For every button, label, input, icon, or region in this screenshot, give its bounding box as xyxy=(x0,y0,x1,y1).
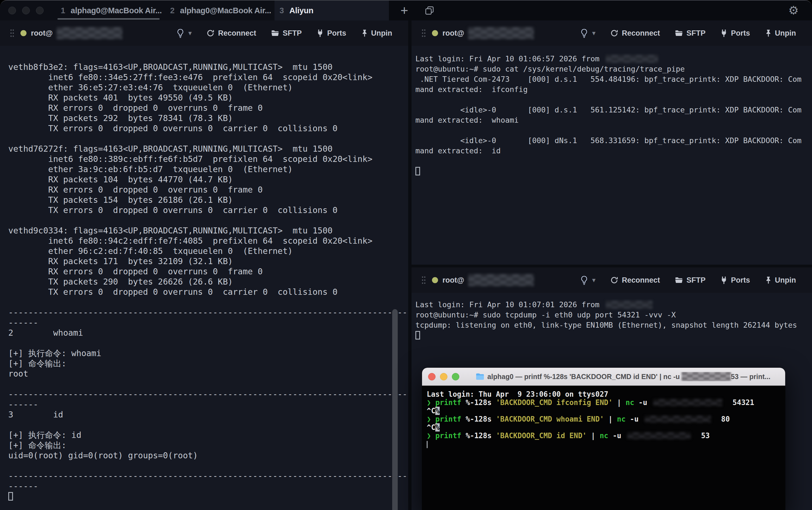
terminal-line: <idle>-0 [000] dNs.1 568.331659: bpf_tra… xyxy=(415,135,812,146)
title-text-suffix: 53 — print... xyxy=(731,373,770,381)
macos-minimize-button[interactable] xyxy=(440,373,447,380)
tab-number: 3 xyxy=(280,6,284,15)
redacted-text xyxy=(653,399,722,406)
terminal-line: [+] 命令输出: xyxy=(8,358,408,369)
terminal-line xyxy=(8,134,408,144)
terminal-line: mand extracted: ifconfig xyxy=(415,84,812,94)
terminal-text: [+] 执行命令: whoami xyxy=(8,348,102,358)
terminal-text: .NET Tiered Com-2473 [000] d.s.1 554.484… xyxy=(415,75,802,83)
terminal-text: ------ xyxy=(8,318,38,328)
refresh-icon xyxy=(206,29,214,37)
sftp-button[interactable]: SFTP xyxy=(675,276,705,285)
terminal-text: % xyxy=(435,423,440,431)
pane-left-aliyun: root@ ▾ Reconnect SFTP xyxy=(0,21,408,510)
zoom-window-button[interactable] xyxy=(36,7,44,15)
terminal-line: RX errors 0 dropped 0 overruns 0 frame 0 xyxy=(8,266,408,277)
terminal-text: 53 xyxy=(692,431,710,440)
macos-close-button[interactable] xyxy=(428,373,436,380)
reconnect-label: Reconnect xyxy=(622,29,660,37)
unpin-button[interactable]: Unpin xyxy=(361,29,392,37)
terminal-text: [+] 命令输出: xyxy=(8,359,66,368)
terminal-text: vethb8fb3e2: flags=4163<UP,BROADCAST,RUN… xyxy=(8,62,332,72)
host-user-label: root@ xyxy=(442,29,464,37)
terminal-line: uid=0(root) gid=0(root) groups=0(root) xyxy=(8,450,408,460)
sftp-label: SFTP xyxy=(283,29,301,37)
drag-handle-icon[interactable] xyxy=(422,276,426,285)
ports-button[interactable]: Ports xyxy=(317,29,346,37)
terminal-text: ----------------------------------------… xyxy=(8,389,407,399)
pin-icon xyxy=(361,29,368,37)
ports-button[interactable]: Ports xyxy=(720,29,750,37)
macos-window-controls xyxy=(428,373,459,380)
terminal-line: vethb8fb3e2: flags=4163<UP,BROADCAST,RUN… xyxy=(8,62,408,72)
sftp-button[interactable]: SFTP xyxy=(271,29,301,37)
terminal-line: [+] 执行命令: whoami xyxy=(8,348,408,358)
tab-3-aliyun-active[interactable]: 3 Aliyun xyxy=(274,1,389,21)
ports-label: Ports xyxy=(731,276,750,285)
terminal-output-trace-pipe[interactable]: Last login: Fri Apr 10 01:06:57 2026 fro… xyxy=(411,46,812,265)
vertical-pane-divider[interactable] xyxy=(408,21,411,510)
title-text-prefix: alphag0 — printf %-128s 'BACKDOOR_CMD id… xyxy=(488,373,682,381)
sftp-button[interactable]: SFTP xyxy=(675,29,705,37)
caret-down-icon: ▾ xyxy=(592,30,595,37)
theme-bulb-button[interactable]: ▾ xyxy=(580,276,595,285)
tab-number: 2 xyxy=(170,6,175,15)
reconnect-button[interactable]: Reconnect xyxy=(610,276,660,285)
terminal-line: RX packets 401 bytes 49550 (49.5 KB) xyxy=(8,92,408,103)
terminal-line: mand extracted: id xyxy=(415,146,812,156)
settings-gear-icon[interactable]: ⚙ xyxy=(788,5,799,16)
terminal-output-ifconfig[interactable]: vethb8fb3e2: flags=4163<UP,BROADCAST,RUN… xyxy=(0,46,408,510)
terminal-text: % xyxy=(435,407,440,415)
unpin-button[interactable]: Unpin xyxy=(765,276,796,285)
tab-label: alphag0@MacBook Air... xyxy=(180,6,271,15)
connection-status-dot xyxy=(432,30,438,36)
drag-handle-icon[interactable] xyxy=(10,28,14,38)
terminal-text: ether 36:e5:27:e3:e4:76 txqueuelen 0 (Et… xyxy=(8,83,293,92)
caret-down-icon: ▾ xyxy=(188,30,192,37)
unpin-button[interactable]: Unpin xyxy=(765,29,796,37)
close-window-button[interactable] xyxy=(8,7,16,15)
terminal-text: Last login: Fri Apr 10 01:07:01 2026 fro… xyxy=(415,300,604,309)
redacted-hostname xyxy=(468,274,534,286)
terminal-text: <idle>-0 [000] dNs.1 568.331659: bpf_tra… xyxy=(415,136,802,145)
screen: 1 alphag0@MacBook Air... 2 alphag0@MacBo… xyxy=(0,0,812,510)
window-list-icon[interactable] xyxy=(424,5,435,16)
terminal-line: TX errors 0 dropped 0 overruns 0 carrier… xyxy=(8,287,408,297)
theme-bulb-button[interactable]: ▾ xyxy=(176,28,192,38)
pin-icon xyxy=(765,29,772,37)
horizontal-pane-divider[interactable] xyxy=(411,265,812,267)
terminal-text: %-128s xyxy=(461,415,496,423)
pane-header: root@ ▾ Reconnect SFTP xyxy=(0,21,408,46)
terminal-line: inet6 fe80::34e5:27ff:fee3:e476 prefixle… xyxy=(8,72,408,82)
macos-zoom-button[interactable] xyxy=(452,373,459,380)
terminal-line xyxy=(415,166,812,176)
terminal-line xyxy=(415,125,812,135)
terminal-text: ----------------------------------------… xyxy=(8,471,407,481)
new-tab-button[interactable]: + xyxy=(401,4,408,17)
terminal-line xyxy=(415,94,812,105)
reconnect-button[interactable]: Reconnect xyxy=(206,29,256,37)
tab-1[interactable]: 1 alphag0@MacBook Air... xyxy=(56,1,165,21)
terminal-line: inet6 fe80::94c2:edff:fe7f:4085 prefixle… xyxy=(8,236,408,246)
terminal-cursor xyxy=(8,492,13,501)
macos-titlebar[interactable]: alphag0 — printf %-128s 'BACKDOOR_CMD id… xyxy=(422,368,785,386)
macos-terminal-output[interactable]: Last login: Thu Apr 9 23:06:00 on ttys02… xyxy=(422,386,785,448)
terminal-text: -u xyxy=(634,398,651,407)
reconnect-button[interactable]: Reconnect xyxy=(610,29,660,37)
drag-handle-icon[interactable] xyxy=(422,28,426,38)
terminal-line: TX packets 292 bytes 78341 (78.3 KB) xyxy=(8,113,408,123)
terminal-line: [+] 执行命令: id xyxy=(8,430,408,440)
terminal-text: ether 96:c2:ed:7f:40:85 txqueuelen 0 (Et… xyxy=(8,246,293,256)
terminal-text: %-128s xyxy=(461,398,496,407)
terminal-line: root@ubuntu:~# sudo cat /sys/kernel/debu… xyxy=(415,64,812,74)
terminal-text: ❯ printf xyxy=(427,431,461,440)
terminal-line: ether 3a:9c:eb:6f:b5:d7 txqueuelen 0 (Et… xyxy=(8,164,408,174)
terminal-text: | xyxy=(613,398,626,407)
scrollbar[interactable] xyxy=(392,309,398,510)
ports-button[interactable]: Ports xyxy=(720,276,750,285)
tab-2[interactable]: 2 alphag0@MacBook Air... xyxy=(165,1,274,21)
theme-bulb-button[interactable]: ▾ xyxy=(580,28,595,38)
terminal-line: TX errors 0 dropped 0 overruns 0 carrier… xyxy=(8,123,408,134)
minimize-window-button[interactable] xyxy=(22,7,30,15)
terminal-text: RX errors 0 dropped 0 overruns 0 frame 0 xyxy=(8,185,263,195)
